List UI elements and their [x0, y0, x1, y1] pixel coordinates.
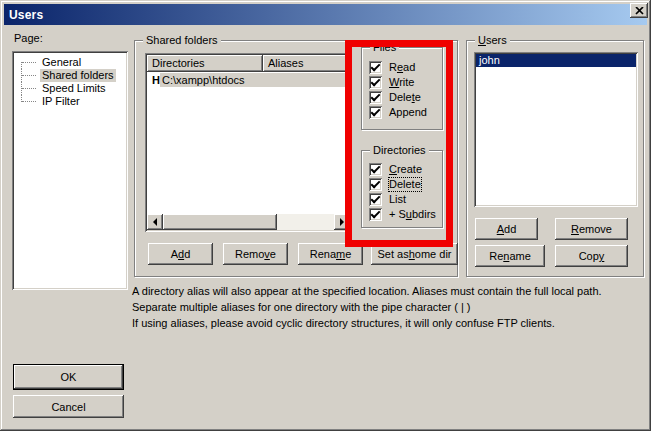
home-marker: H	[147, 73, 160, 87]
cancel-button[interactable]: Cancel	[13, 395, 124, 418]
column-header-aliases[interactable]: Aliases	[263, 55, 350, 72]
user-list-item[interactable]: john	[476, 54, 636, 67]
users-listbox: john	[474, 52, 638, 207]
table-body: H C:\xampp\htdocs	[147, 72, 350, 214]
scroll-left-icon	[149, 218, 157, 226]
shared-folders-table: Directories Aliases H C:\xampp\htdocs	[145, 53, 352, 232]
add-user-button[interactable]: Add	[475, 218, 538, 240]
shared-folders-group-label: Shared folders	[143, 34, 221, 47]
sidebar-item-general[interactable]: General	[12, 56, 128, 69]
rename-user-button[interactable]: Rename	[475, 245, 545, 267]
horizontal-scrollbar[interactable]	[147, 214, 350, 230]
annotation-rectangle	[345, 40, 453, 247]
window-title: Users	[9, 8, 43, 22]
remove-user-button[interactable]: Remove	[555, 218, 628, 240]
alias-note-text: A directory alias will also appear at th…	[132, 284, 637, 315]
users-group-label: Users	[475, 34, 510, 47]
close-icon	[635, 7, 644, 15]
close-button[interactable]	[630, 3, 648, 18]
scroll-left-button[interactable]	[147, 214, 163, 230]
column-header-directories[interactable]: Directories	[147, 55, 263, 72]
scrollbar-track[interactable]	[277, 214, 334, 230]
page-label: Page:	[14, 32, 43, 44]
sidebar-item-speed-limits[interactable]: Speed Limits	[12, 82, 128, 95]
remove-folder-button[interactable]: Remove	[223, 243, 288, 265]
cyclic-note-text: If using aliases, please avoid cyclic di…	[132, 316, 637, 332]
title-bar[interactable]: Users	[4, 4, 647, 25]
directory-path: C:\xampp\htdocs	[160, 73, 350, 87]
table-header: Directories Aliases	[147, 55, 350, 72]
users-dialog: Users Page: General Shared folders Speed…	[0, 0, 651, 431]
table-row[interactable]: H C:\xampp\htdocs	[147, 73, 350, 87]
ok-button[interactable]: OK	[13, 364, 124, 390]
add-folder-button[interactable]: Add	[148, 243, 213, 265]
sidebar-item-shared-folders[interactable]: Shared folders	[12, 69, 128, 82]
scrollbar-thumb[interactable]	[163, 214, 277, 230]
copy-user-button[interactable]: Copy	[555, 245, 628, 267]
sidebar-item-ip-filter[interactable]: IP Filter	[12, 95, 128, 108]
page-tree: General Shared folders Speed Limits IP F…	[12, 51, 128, 290]
